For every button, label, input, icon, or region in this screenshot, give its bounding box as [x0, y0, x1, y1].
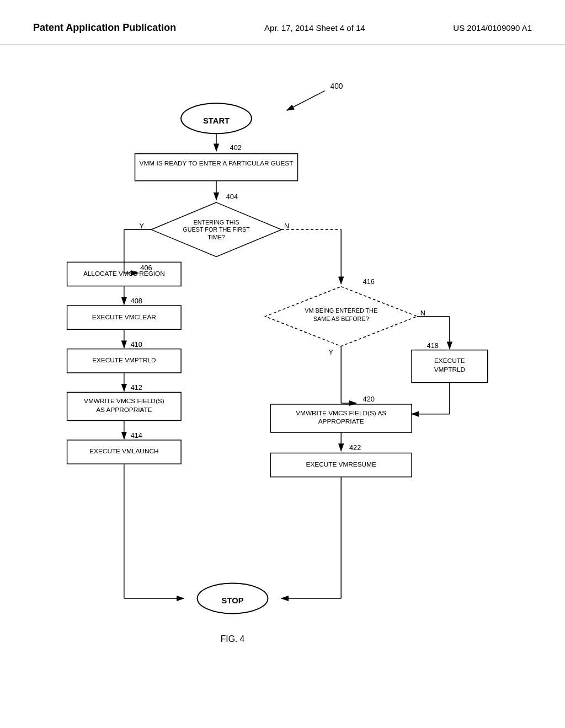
box-414-text: EXECUTE VMLAUNCH	[89, 447, 158, 455]
box-408-text: EXECUTE VMCLEAR	[92, 313, 156, 321]
diagram-area: 400 START 402 VMM IS READY TO ENTER A PA…	[0, 45, 565, 696]
box-418-text1: EXECUTE	[434, 357, 465, 365]
box-422-text: EXECUTE VMRESUME	[306, 461, 376, 468]
y-label-404: Y	[139, 222, 144, 230]
box-412-text1: VMWRITE VMCS FIELD(S)	[84, 397, 164, 405]
stop-label: STOP	[222, 596, 244, 605]
box-410-text: EXECUTE VMPTRLD	[92, 356, 156, 364]
n-label-404: N	[284, 222, 289, 230]
ref-422-label: 422	[349, 443, 361, 452]
box-420-text2: APPROPRIATE	[318, 417, 364, 425]
ref-418-label: 418	[427, 341, 439, 350]
ref-412-label: 412	[131, 383, 142, 392]
diamond-404-text1: ENTERING THIS	[193, 219, 239, 226]
ref-408-label: 408	[131, 297, 142, 305]
diamond-416-text1: VM BEING ENTERED THE	[305, 307, 377, 314]
fig-label: FIG. 4	[221, 634, 245, 644]
ref-410-label: 410	[131, 340, 142, 349]
ref-400-line	[287, 91, 325, 110]
diamond-404-text2: GUEST FOR THE FIRST	[183, 226, 250, 233]
diamond-416-text2: SAME AS BEFORE?	[313, 315, 369, 322]
box-418-text2: VMPTRLD	[434, 366, 465, 373]
ref-420-label: 420	[363, 395, 375, 403]
flowchart-svg: 400 START 402 VMM IS READY TO ENTER A PA…	[0, 45, 565, 696]
page-header: Patent Application Publication Apr. 17, …	[0, 0, 565, 45]
box-412-text2: AS APPROPRIATE	[96, 406, 152, 414]
ref-404-label: 404	[226, 192, 238, 201]
ref-414-label: 414	[131, 431, 142, 440]
header-patent-number: US 2014/0109090 A1	[453, 23, 532, 33]
start-label: START	[203, 116, 230, 125]
header-publication-label: Patent Application Publication	[33, 22, 176, 34]
box-420-text1: VMWRITE VMCS FIELD(S) AS	[296, 409, 386, 417]
ref-400-label: 400	[331, 82, 343, 90]
ref-402-label: 402	[230, 143, 242, 152]
box-406-text: ALLOCATE VMCS REGION	[83, 270, 165, 277]
ref-416-label: 416	[363, 277, 375, 286]
y-label-416: Y	[329, 348, 334, 356]
n-label-416: N	[420, 309, 425, 317]
box-402-text1: VMM IS READY TO ENTER A PARTICULAR GUEST	[140, 159, 294, 167]
header-date-sheet: Apr. 17, 2014 Sheet 4 of 14	[264, 23, 365, 33]
diamond-404-text3: TIME?	[207, 234, 225, 240]
